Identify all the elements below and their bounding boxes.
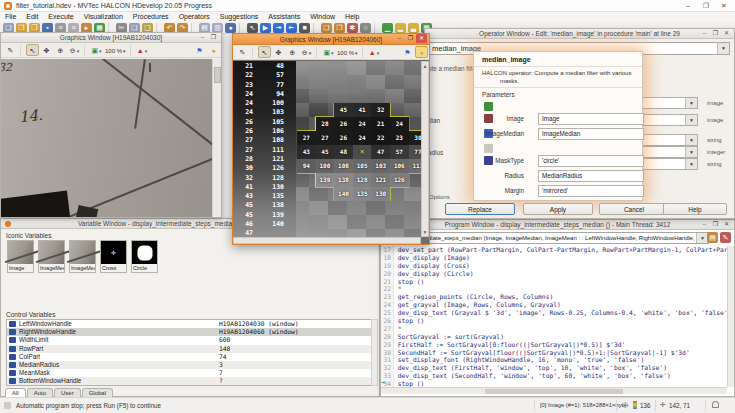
zoom-out-icon[interactable]: ⊖▾	[300, 46, 313, 58]
zoom-in-icon[interactable]: ⊕	[286, 46, 299, 58]
control-variable-row[interactable]: MeanMask7	[7, 369, 371, 377]
gw2-close-button[interactable]: ✕	[416, 34, 427, 43]
control-variable-row[interactable]: WidthLimit600	[7, 336, 371, 344]
graphics-window-right-titlebar[interactable]: Graphics Window [H19AB1204060] – ❐ ✕	[233, 34, 429, 45]
control-variable-row[interactable]: RightWindowHandleH19AB1204060 (window)	[7, 328, 371, 336]
code-line-21[interactable]: 21 stop ()	[381, 278, 727, 286]
param-input-image[interactable]: Image	[538, 113, 644, 125]
gw1-vertical-scrollbar[interactable]	[212, 59, 221, 217]
menu-suggestions[interactable]: Suggestions	[215, 12, 264, 22]
paste-icon[interactable]: ❑	[142, 23, 153, 33]
app-close-button[interactable]: ✕	[715, 0, 733, 11]
variable-tab-user[interactable]: User	[54, 388, 81, 397]
fit-image-icon[interactable]: ▣▾	[90, 44, 103, 56]
pan-hand-icon[interactable]: ✥	[40, 44, 53, 56]
control-variable-row[interactable]: MedianRadius3	[7, 361, 371, 369]
zoom-100-icon[interactable]: 100 %▾	[104, 44, 127, 56]
code-line-27[interactable]: 27 *	[381, 325, 727, 333]
delete-line-icon[interactable]: ▥	[212, 23, 223, 33]
gw2-minimize-button[interactable]: –	[394, 34, 405, 43]
gw2-pixel-canvas[interactable]: 2148225723772494241002410326105261062710…	[233, 61, 421, 237]
suggestions-icon[interactable]: ●	[225, 23, 236, 33]
reset-program-icon[interactable]: ✱	[347, 23, 358, 33]
gw2-maximize-button[interactable]: ❐	[405, 34, 416, 43]
code-line-24[interactable]: 24 get_grayval (Image, Rows, Columns, Gr…	[381, 301, 727, 309]
gray-histogram-icon[interactable]: ▁	[382, 23, 393, 33]
open-program-icon[interactable]: ❐	[16, 23, 27, 33]
step-over-icon[interactable]: ⇥	[273, 23, 284, 33]
clear-windows-icon[interactable]: ○	[360, 23, 371, 33]
code-line-29[interactable]: 29 FirstHalf := SortGrayval[0:floor((|So…	[381, 341, 727, 349]
zoom-out-icon[interactable]: ⊖▾	[68, 44, 81, 56]
code-line-19[interactable]: 19 dev_display (Cross)	[381, 262, 727, 270]
iconic-variable-imagemea[interactable]: ImageMea	[69, 240, 96, 273]
operator-window-titlebar[interactable]: Operator Window - Edit: 'median_image' i…	[425, 29, 734, 39]
select-arrow-icon[interactable]: ↖	[258, 46, 271, 58]
stop-execution-icon[interactable]: ■	[299, 23, 310, 33]
graphics-window-left-titlebar[interactable]: Graphics Window [H19AB1204030] – ❐	[1, 33, 221, 43]
export-code-icon[interactable]: ▸	[81, 23, 92, 33]
control-variable-row[interactable]: BottomWindowHandle?	[7, 377, 371, 385]
program-window-titlebar[interactable]: Program Window - display_intermediate_st…	[381, 220, 734, 230]
gw2-horizontal-scrollbar[interactable]	[233, 237, 421, 244]
cut-icon[interactable]: ✂	[116, 23, 127, 33]
app-maximize-button[interactable]: ❐	[697, 0, 715, 11]
gw2-vertical-scrollbar[interactable]: ▲▼	[421, 61, 429, 237]
procedure-docu-icon[interactable]: ▤	[707, 232, 718, 243]
menu-assistants[interactable]: Assistants	[263, 12, 305, 22]
iconic-variable-imagemed[interactable]: ImageMed	[38, 240, 65, 273]
gw1-image-canvas[interactable]: 32 14.	[1, 59, 212, 217]
pan-hand-icon[interactable]: ✥	[272, 46, 285, 58]
code-line-30[interactable]: 30 SecondHalf := SortGrayval[floor((|Sor…	[381, 349, 727, 357]
undo-icon[interactable]: ↶	[164, 23, 175, 33]
code-line-22[interactable]: 22 *	[381, 285, 727, 293]
menu-window[interactable]: Window	[305, 12, 340, 22]
code-line-20[interactable]: 20 dev_display (Circle)	[381, 270, 727, 278]
gw1-minimize-button[interactable]: –	[197, 33, 208, 42]
iconic-variable-cross[interactable]: ✛Cross	[100, 240, 127, 273]
plot-3d-icon[interactable]: ▲▾	[368, 46, 381, 58]
lightbulb-icon[interactable]: ●	[415, 46, 428, 58]
menu-help[interactable]: Help	[340, 12, 364, 22]
step-into-icon[interactable]: ⇤	[286, 23, 297, 33]
code-line-17[interactable]: 17 dev_set_part (RowPart-PartMargin, Col…	[381, 246, 727, 254]
code-line-34[interactable]: ➜34 stop ()	[381, 380, 727, 387]
code-line-31[interactable]: 31 set_display_font (RightWindowHandle, …	[381, 356, 727, 364]
feature-inspect-icon[interactable]: ▃	[408, 23, 419, 33]
variable-tab-all[interactable]: All	[5, 388, 26, 397]
redo-icon[interactable]: ↷	[177, 23, 188, 33]
set-program-counter-icon[interactable]: ↖	[247, 23, 258, 33]
code-line-33[interactable]: 33 dev_disp_text (SecondHalf, 'window', …	[381, 372, 727, 380]
save-icon[interactable]: ▪	[42, 23, 53, 33]
zoom-100-icon[interactable]: 100 %▾	[336, 46, 359, 58]
code-line-26[interactable]: 26 stop ()	[381, 317, 727, 325]
control-variable-scrollbar[interactable]	[371, 319, 378, 386]
code-vertical-scrollbar[interactable]	[727, 246, 734, 387]
code-line-18[interactable]: 18 dev_display (Image)	[381, 254, 727, 262]
code-editor[interactable]: 17 dev_set_part (RowPart-PartMargin, Col…	[381, 246, 727, 387]
code-line-32[interactable]: 32 dev_disp_text (FirstHalf, 'window', '…	[381, 364, 727, 372]
operator-minimize-button[interactable]: –	[699, 29, 710, 38]
menu-visualization[interactable]: Visualization	[79, 12, 128, 22]
help-button[interactable]: Help	[663, 203, 727, 215]
menu-procedures[interactable]: Procedures	[128, 12, 174, 22]
control-variable-row[interactable]: LeftWindowHandleH19AB1204030 (window)	[7, 320, 371, 328]
param-input-imagemedian[interactable]: ImageMedian	[538, 128, 644, 140]
draw-icon[interactable]: ✎	[236, 46, 249, 58]
fit-image-icon[interactable]: ▣▾	[322, 46, 335, 58]
flag-icon[interactable]: ⚑	[193, 44, 206, 56]
param-input-margin[interactable]: 'mirrored'	[538, 185, 644, 197]
operator-maximize-button[interactable]: ❐	[710, 29, 721, 38]
activate-lines-icon[interactable]: ❏	[321, 23, 332, 33]
plot-3d-icon[interactable]: ▲▾	[136, 44, 149, 56]
insert-line-icon[interactable]: ▤	[199, 23, 210, 33]
menu-execute[interactable]: Execute	[43, 12, 78, 22]
control-variable-row[interactable]: RowPart148	[7, 345, 371, 353]
variable-tab-global[interactable]: Global	[82, 388, 113, 397]
print-setup-icon[interactable]: ≡	[68, 23, 79, 33]
variable-tab-auto[interactable]: Auto	[27, 388, 53, 397]
image-acquisition-icon[interactable]: ▦	[94, 23, 105, 33]
menu-file[interactable]: File	[0, 12, 21, 22]
procedure-combobox[interactable]: display_intermediate_steps_median (Image…	[383, 232, 709, 244]
iconic-variable-image[interactable]: Image	[7, 240, 34, 273]
